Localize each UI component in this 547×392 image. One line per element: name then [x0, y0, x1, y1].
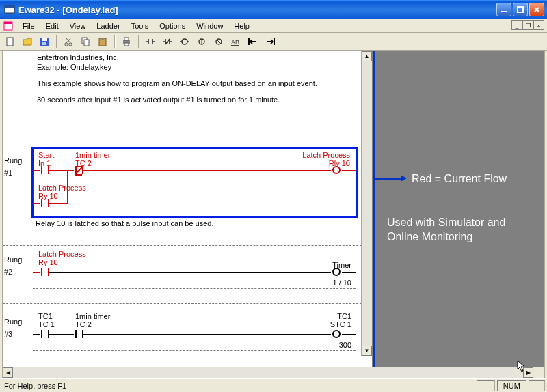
rung-label: Rung [4, 156, 31, 165]
mdi-close[interactable]: × [533, 20, 544, 30]
annotation-text-1: Red = Current Flow [412, 173, 507, 185]
toolbar: AB [0, 33, 547, 51]
el-branch-top: Latch Process [38, 184, 86, 192]
cut-button[interactable] [61, 34, 76, 49]
c1-bot: TC 1 [38, 320, 55, 328]
menu-edit[interactable]: Edit [41, 20, 64, 31]
copy-button[interactable] [78, 34, 93, 49]
rung-number: #1 [4, 169, 31, 177]
mdi-restore[interactable]: ❐ [522, 20, 533, 30]
status-num: NUM [497, 380, 526, 391]
menu-file[interactable]: File [18, 20, 40, 31]
rung-label: Rung [4, 318, 31, 326]
el-out-bot: Rly 10 [329, 159, 350, 167]
menu-help[interactable]: Help [229, 20, 254, 31]
close-button[interactable] [529, 3, 544, 16]
el-in-bot: Ry 10 [38, 258, 58, 266]
el-out-val: 1 / 10 [332, 279, 351, 287]
c2-bot: TC 2 [75, 320, 92, 328]
out-val: 300 [339, 341, 351, 349]
branch-fwd-button[interactable] [263, 34, 278, 49]
window-controls [496, 3, 544, 16]
mdi-minimize[interactable]: _ [511, 20, 522, 30]
horizontal-scrollbar[interactable]: ◀ ▶ [3, 367, 544, 378]
scroll-up-icon[interactable]: ▲ [362, 51, 372, 61]
paste-button[interactable] [95, 34, 110, 49]
svg-rect-6 [7, 38, 13, 46]
svg-rect-18 [124, 43, 129, 46]
out-bot: STC 1 [330, 320, 351, 328]
scroll-left-icon[interactable]: ◀ [3, 367, 13, 378]
svg-rect-1 [5, 6, 14, 8]
client-area: Red = Current Flow Used with Simulator a… [2, 51, 545, 378]
svg-rect-8 [42, 38, 47, 41]
menu-options[interactable]: Options [155, 20, 190, 31]
print-button[interactable] [119, 34, 134, 49]
maximize-button[interactable] [513, 3, 528, 16]
window-title: Eware32 - [Ondelay.lad] [18, 5, 496, 15]
doc-desc-2: 30 seconds after input #1 is activated o… [37, 95, 368, 104]
svg-rect-24 [274, 38, 275, 45]
save-button[interactable] [37, 34, 52, 49]
open-button[interactable] [20, 34, 35, 49]
branch-back-button[interactable] [245, 34, 261, 49]
c2-top: 1min timer [75, 312, 110, 320]
annotation-arrow [373, 178, 402, 180]
label-ab-button[interactable]: AB [228, 34, 243, 49]
menu-window[interactable]: Window [191, 20, 228, 31]
el-in-top: Latch Process [38, 250, 86, 258]
svg-text:AB: AB [231, 39, 239, 46]
svg-rect-17 [124, 38, 129, 40]
c1-top: TC1 [38, 312, 53, 320]
rung-2[interactable]: Rung #2 Latch Process Ry 10 Timer 1 / 10 [3, 245, 372, 304]
menubar: File Edit View Ladder Tools Options Wind… [0, 19, 547, 33]
rung-1[interactable]: Rung #1 Start In 1 1min timer TC 2 Latch… [3, 151, 372, 225]
svg-point-10 [65, 42, 68, 45]
rung-label: Rung [4, 255, 31, 264]
svg-rect-23 [248, 38, 250, 45]
vertical-scrollbar[interactable]: ▲ ▼ [361, 51, 372, 356]
menu-tools[interactable]: Tools [126, 20, 154, 31]
contact-nc-button[interactable] [160, 34, 175, 49]
rung-number: #3 [4, 330, 31, 338]
el-tmr-top: 1min timer [75, 151, 110, 159]
mdi-doc-icon[interactable] [3, 20, 14, 31]
svg-rect-5 [4, 22, 12, 24]
coil-button[interactable] [177, 34, 192, 49]
svg-point-19 [182, 39, 187, 44]
statusbar: For Help, press F1 NUM [0, 378, 547, 392]
out-top: TC1 [337, 312, 351, 320]
mdi-window-controls: _ ❐ × [511, 20, 544, 30]
svg-rect-3 [518, 7, 523, 12]
el-start-top: Start [38, 151, 54, 159]
rung-number: #2 [4, 268, 31, 276]
ladder-view[interactable]: Entertron Industries, Inc. Example: Onde… [3, 51, 372, 367]
rung-3[interactable]: Rung #3 TC1 TC 1 1min timer TC 2 TC1 STC… [3, 308, 372, 361]
contact-no-button[interactable] [143, 34, 158, 49]
doc-desc-1: This example shows how to program an ON-… [37, 79, 368, 88]
coil-set-button[interactable] [194, 34, 209, 49]
annotation-panel: Red = Current Flow Used with Simulator a… [377, 51, 544, 367]
menu-view[interactable]: View [65, 20, 91, 31]
scroll-right-icon[interactable]: ▶ [523, 367, 533, 378]
el-out-top: Latch Process [302, 151, 350, 159]
app-icon [4, 4, 15, 15]
minimize-button[interactable] [496, 3, 511, 16]
status-help: For Help, press F1 [0, 380, 70, 391]
svg-rect-13 [84, 40, 89, 46]
size-grip[interactable] [533, 367, 544, 378]
titlebar: Eware32 - [Ondelay.lad] [0, 0, 547, 19]
status-blank [477, 380, 495, 391]
status-blank2 [529, 380, 545, 391]
doc-example: Example: Ondelay.key [37, 62, 368, 72]
menu-ladder[interactable]: Ladder [92, 20, 124, 31]
rung-1-comment: Relay 10 is latched so that a pulse inpu… [36, 219, 214, 227]
new-button[interactable] [3, 34, 18, 49]
scroll-down-icon[interactable]: ▼ [362, 346, 372, 356]
svg-point-11 [69, 42, 72, 45]
annotation-text-2: Used with Simulator and Online Monitorin… [387, 215, 537, 244]
svg-rect-15 [101, 38, 104, 40]
doc-header: Entertron Industries, Inc. Example: Onde… [33, 51, 372, 109]
coil-reset-button[interactable] [211, 34, 226, 49]
doc-company: Entertron Industries, Inc. [37, 53, 368, 62]
